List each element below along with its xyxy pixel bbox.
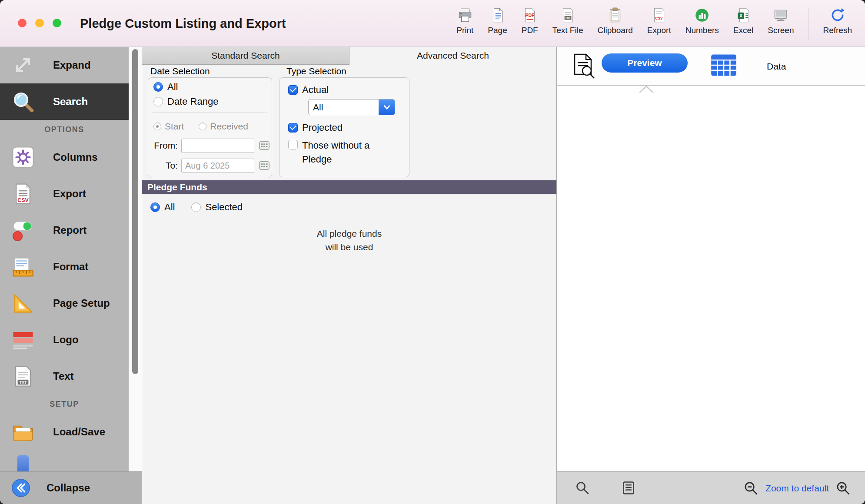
toolbar-separator [808,8,808,40]
checkbox-icon [288,140,298,149]
preview-header: Preview Data [557,47,865,86]
zoom-to-default-link[interactable]: Zoom to default [765,483,829,494]
pledge-funds-header: Pledge Funds [142,180,556,194]
numbers-chart-icon [694,7,710,23]
sidebar-item-format[interactable]: Format [0,249,129,285]
app-window: Pledge Custom Listing and Export Print [0,0,865,504]
preview-footer: Zoom to default [557,471,865,504]
from-date-picker-button[interactable] [258,139,271,152]
sidebar-item-load-save[interactable]: Load/Save [0,414,129,450]
table-grid-icon[interactable] [710,53,738,77]
calendar-icon [258,159,270,172]
refresh-icon [829,7,846,23]
sidebar-item-page-setup[interactable]: Page Setup [0,285,129,322]
to-label: To: [151,160,178,171]
sidebar-item-search[interactable]: Search [0,83,129,120]
toolbar-clipboard-button[interactable]: Clipboard [597,7,632,35]
toolbar-pdf-button[interactable]: PDF PDF [522,7,538,35]
close-button[interactable] [18,19,27,27]
pledge-funds-note: All pledge funds will be used [142,227,556,254]
tab-standard-search[interactable]: Standard Search [142,47,349,65]
toolbar-print-button[interactable]: Print [456,7,473,35]
page-icon [489,7,506,23]
start-radio[interactable]: Start [153,121,184,132]
actual-checkbox[interactable]: Actual [288,83,329,97]
sidebar-item-text[interactable]: TXT Text [0,358,129,395]
to-date-row: To: [151,158,271,173]
search-panel: Standard Search Advanced Search Date Sel… [142,47,556,504]
sidebar-item-logo[interactable]: Logo [0,322,129,358]
sidebar-item-export[interactable]: CSV Export [0,176,129,212]
collapse-label: Collapse [47,482,90,494]
chevron-down-icon [379,99,395,115]
type-selection-group: Actual All Projected Those without a Ple… [279,77,409,177]
toolbar-numbers-button[interactable]: Numbers [685,7,719,35]
ruler-icon [10,254,36,279]
from-date-input[interactable] [181,139,254,153]
date-selection-title: Date Selection [150,66,210,76]
preview-button[interactable]: Preview [602,53,688,73]
checkbox-icon [288,123,298,133]
zoom-in-icon[interactable] [836,481,851,496]
svg-text:TXT: TXT [565,17,571,20]
set-square-icon [10,291,36,316]
sidebar-item-report[interactable]: Report [0,212,129,249]
date-selection-group: All Date Range Start Received From: [148,77,272,178]
toolbar-excel-button[interactable]: X Excel [733,7,753,35]
clipboard-icon [607,7,623,23]
pledge-selected-radio[interactable]: Selected [191,202,243,213]
radio-icon [153,82,163,92]
window-title: Pledge Custom Listing and Export [80,0,286,47]
actual-filter-dropdown[interactable]: All [308,99,395,115]
data-tab-label[interactable]: Data [767,47,786,86]
without-pledge-checkbox[interactable]: Those without a Pledge [288,139,383,166]
toolbar-refresh-button[interactable]: Refresh [823,7,852,35]
traffic-lights [18,19,61,27]
search-icon [10,89,36,114]
magnifier-icon[interactable] [575,481,590,495]
tab-advanced-search[interactable]: Advanced Search [349,47,556,65]
preview-document-magnifier-icon[interactable] [570,53,596,80]
csv-export-icon: CSV [651,7,667,23]
date-range-radio[interactable]: Date Range [153,94,218,109]
titlebar: Pledge Custom Listing and Export Print [0,0,865,47]
partially-visible-sidebar-icon [17,455,29,471]
pledge-all-radio[interactable]: All [150,202,175,213]
preview-notch [639,86,654,93]
toolbar-screen-button[interactable]: Screen [768,7,794,35]
checkbox-icon [288,85,298,95]
excel-icon: X [735,7,752,23]
toolbar-page-button[interactable]: Page [488,7,507,35]
radio-icon [153,97,163,106]
toggle-report-icon [10,218,36,243]
divider [153,113,267,113]
zoom-out-icon[interactable] [744,481,759,496]
received-radio[interactable]: Received [199,121,248,132]
text-view-icon[interactable] [621,481,636,495]
projected-checkbox[interactable]: Projected [288,121,343,135]
svg-text:TXT: TXT [20,380,27,385]
sidebar-section-setup: SETUP [0,395,129,414]
sidebar-scrollbar-track [129,47,142,471]
sidebar-scrollbar-thumb[interactable] [132,49,138,374]
type-selection-title: Type Selection [286,66,346,76]
to-date-picker-button[interactable] [258,159,271,172]
svg-text:CSV: CSV [655,16,663,20]
stripes-icon [10,327,36,352]
preview-panel: Preview Data Zoo [556,47,865,504]
minimize-button[interactable] [35,19,44,27]
text-file-icon: TXT [559,7,576,23]
radio-icon [150,202,160,212]
collapse-chevrons-icon [11,478,31,498]
date-basis-radios: Start Received [153,119,248,133]
toolbar-text-file-button[interactable]: TXT Text File [552,7,583,35]
toolbar-export-button[interactable]: CSV Export [647,7,671,35]
date-all-radio[interactable]: All [153,80,178,94]
sidebar-item-columns[interactable]: Columns [0,139,129,176]
screen-icon [772,7,789,23]
collapse-button[interactable]: Collapse [0,471,142,504]
to-date-input[interactable] [181,159,254,173]
zoom-button[interactable] [53,19,61,27]
sidebar-item-expand[interactable]: Expand [0,47,129,83]
radio-icon [153,123,161,130]
